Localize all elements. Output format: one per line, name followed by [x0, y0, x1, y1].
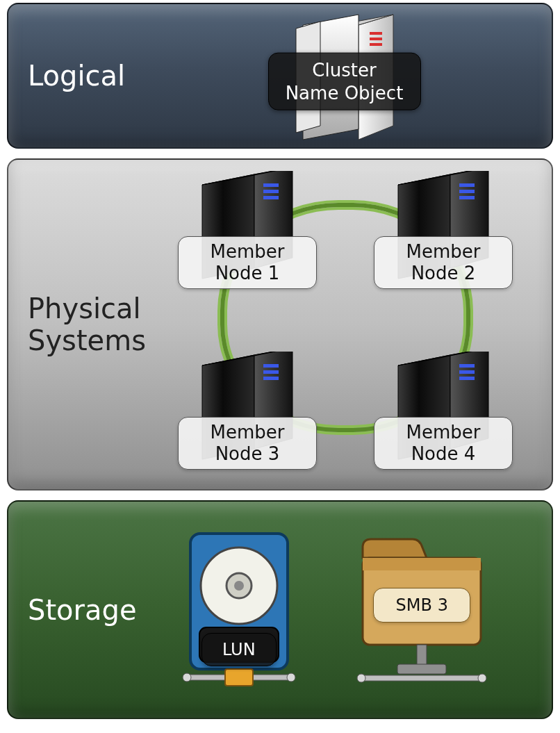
- tier-storage-label: Storage: [28, 594, 137, 626]
- svg-rect-24: [263, 377, 279, 380]
- svg-rect-30: [459, 377, 475, 380]
- cluster-name-object-label: ClusterName Object: [268, 53, 421, 110]
- cluster-name-object: ClusterName Object: [282, 11, 407, 146]
- svg-rect-11: [263, 190, 279, 193]
- tier-storage-content: LUN SMB 3: [151, 502, 517, 718]
- storage-lun: LUN: [173, 523, 305, 697]
- tier-physical: PhysicalSystems: [7, 158, 553, 491]
- svg-rect-41: [363, 558, 481, 570]
- member-node-2: MemberNode 2: [356, 171, 530, 282]
- hard-disk-icon: [173, 523, 305, 697]
- cluster-ring: MemberNode 1 MemberNode 2: [165, 175, 526, 474]
- tier-physical-content: MemberNode 1 MemberNode 2: [151, 160, 538, 489]
- tier-logical: Logical: [7, 3, 553, 149]
- svg-rect-43: [397, 664, 446, 674]
- member-node-2-label: MemberNode 2: [374, 236, 513, 289]
- svg-rect-18: [459, 196, 475, 199]
- member-node-3-label: MemberNode 3: [178, 417, 317, 470]
- svg-point-45: [357, 674, 365, 682]
- svg-rect-17: [459, 190, 475, 193]
- svg-rect-42: [417, 645, 427, 666]
- member-node-3: MemberNode 3: [160, 352, 334, 463]
- svg-rect-4: [370, 32, 382, 35]
- svg-rect-6: [370, 43, 382, 46]
- storage-smb: SMB 3: [349, 527, 495, 693]
- svg-rect-5: [370, 38, 382, 40]
- member-node-4: MemberNode 4: [356, 352, 530, 463]
- svg-rect-28: [459, 364, 475, 368]
- tier-logical-label: Logical: [28, 60, 125, 92]
- svg-point-39: [287, 673, 295, 682]
- svg-rect-22: [263, 364, 279, 368]
- svg-point-34: [234, 581, 244, 591]
- member-node-1-label: MemberNode 1: [178, 236, 317, 289]
- svg-rect-23: [263, 370, 279, 374]
- storage-smb-label: SMB 3: [373, 588, 470, 623]
- member-node-1: MemberNode 1: [160, 171, 334, 282]
- svg-rect-16: [459, 183, 475, 187]
- tier-physical-label: PhysicalSystems: [28, 293, 146, 356]
- svg-rect-29: [459, 370, 475, 374]
- member-node-4-label: MemberNode 4: [374, 417, 513, 470]
- tier-storage: Storage LUN: [7, 500, 553, 719]
- storage-lun-label: LUN: [201, 633, 277, 666]
- svg-rect-37: [225, 669, 253, 686]
- svg-point-38: [183, 673, 191, 682]
- svg-point-46: [478, 674, 486, 682]
- svg-rect-44: [361, 675, 482, 681]
- svg-rect-10: [263, 183, 279, 187]
- tier-logical-content: ClusterName Object: [151, 4, 538, 147]
- svg-rect-12: [263, 196, 279, 199]
